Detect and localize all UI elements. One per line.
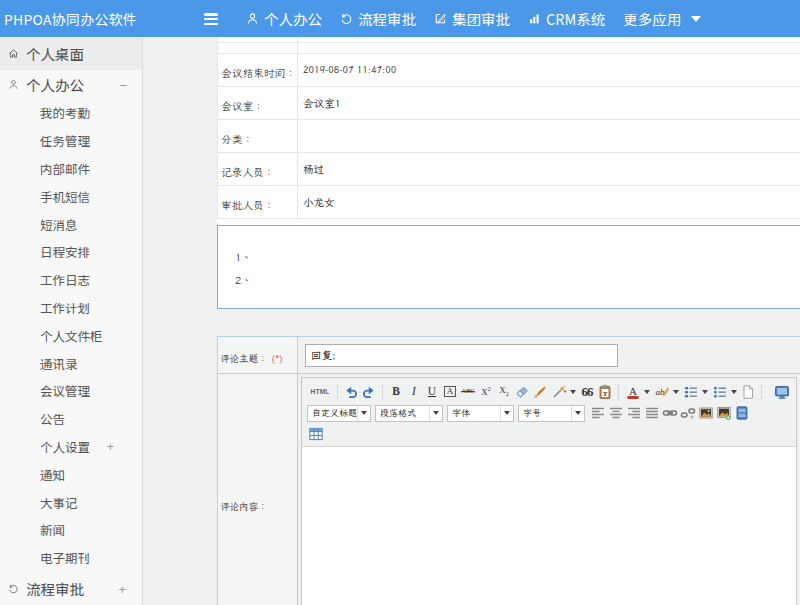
sidebar-item-workflow-approval[interactable]: 流程审批 + — [0, 572, 142, 605]
paste-as-text-icon[interactable]: T — [596, 383, 614, 401]
sidebar-subitem[interactable]: 个人文件柜 — [0, 321, 142, 349]
sidebar-item-label: 个人办公 — [26, 74, 84, 95]
nav-workflow-approval[interactable]: 流程审批 — [340, 8, 416, 29]
sidebar-subitem[interactable]: 短消息 — [0, 210, 142, 238]
italic-icon[interactable]: I — [405, 383, 423, 401]
align-right-icon[interactable] — [625, 404, 643, 422]
sidebar-subitem[interactable]: 工作计划 — [0, 294, 142, 322]
table-icon[interactable] — [307, 425, 325, 443]
nav-group-approval[interactable]: 集团审批 — [434, 8, 510, 29]
user-icon — [8, 79, 19, 90]
caret-down-icon — [702, 390, 708, 394]
sidebar-subitem[interactable]: 内部邮件 — [0, 155, 142, 183]
field-value: 小龙女 — [298, 195, 800, 209]
nav-personal-office[interactable]: 个人办公 — [246, 8, 322, 29]
collapse-icon[interactable]: − — [119, 77, 127, 92]
media-icon[interactable] — [733, 404, 751, 422]
nav-crm-system[interactable]: CRM系统 — [528, 8, 605, 29]
expand-icon[interactable]: + — [106, 439, 114, 454]
blockquote-icon[interactable]: 66 — [578, 383, 596, 401]
sidebar-subitem[interactable]: 工作日志 — [0, 266, 142, 294]
sidebar-subitem-label: 短消息 — [40, 215, 78, 234]
hamburger-menu-icon[interactable] — [204, 13, 218, 26]
align-left-icon[interactable] — [589, 404, 607, 422]
sidebar-subitem[interactable]: 新闻 — [0, 516, 142, 544]
sidebar-subitem[interactable]: 手机短信 — [0, 182, 142, 210]
sidebar-subitem-label: 大事记 — [40, 493, 78, 512]
link-icon[interactable] — [661, 404, 679, 422]
font-color-icon[interactable]: A — [623, 383, 652, 401]
comment-subject-label: 评论主题： — [220, 352, 268, 365]
sidebar-subitem[interactable]: 任务管理 — [0, 127, 142, 155]
expand-icon[interactable]: + — [118, 581, 126, 596]
caret-down-icon — [691, 16, 701, 22]
superscript-icon[interactable]: X2 — [477, 383, 495, 401]
subscript-icon[interactable]: X2 — [495, 383, 513, 401]
sidebar-subitem[interactable]: 我的考勤 — [0, 99, 142, 127]
svg-text:T: T — [603, 389, 608, 397]
toolbar-row-1: HTML B I U A ABC X2 X2 — [307, 381, 791, 402]
form-panel: 会议结束时间： 2019-08-07 11:47:00 会议室： 会议室1 分类… — [217, 37, 800, 309]
align-justify-icon[interactable] — [643, 404, 661, 422]
editor-content-area[interactable] — [302, 447, 796, 605]
caret-down-icon — [500, 406, 513, 421]
font-box-icon[interactable]: A — [441, 383, 459, 401]
sidebar-subitem[interactable]: 电子期刊 — [0, 544, 142, 572]
field-label: 记录人员： — [221, 165, 274, 179]
paint-brush-icon[interactable] — [531, 383, 549, 401]
paragraph-select[interactable]: 段落格式 — [375, 405, 443, 422]
toolbar-separator — [618, 385, 619, 399]
unlink-icon[interactable] — [679, 404, 697, 422]
fullscreen-icon[interactable] — [773, 383, 791, 401]
new-page-icon[interactable] — [739, 383, 757, 401]
nav-more-apps[interactable]: 更多应用 — [623, 8, 701, 29]
ordered-list-icon[interactable] — [681, 383, 710, 401]
font-family-select[interactable]: 字体 — [447, 405, 514, 422]
font-size-select[interactable]: 字号 — [518, 405, 585, 422]
sidebar-subitem-label: 工作日志 — [40, 270, 90, 289]
nav-label: 集团审批 — [452, 8, 510, 29]
nav-label: 流程审批 — [358, 8, 416, 29]
align-center-icon[interactable] — [607, 404, 625, 422]
field-label: 分类： — [221, 132, 253, 146]
redo-icon[interactable] — [360, 383, 378, 401]
magic-wand-icon[interactable] — [549, 383, 578, 401]
bold-icon[interactable]: B — [387, 383, 405, 401]
heading-select[interactable]: 自定义标题 — [307, 405, 371, 422]
history-icon — [340, 12, 353, 25]
sidebar-subitem[interactable]: 个人设置+ — [0, 433, 142, 461]
sidebar-subitem[interactable]: 通讯录 — [0, 349, 142, 377]
sidebar-subitem[interactable]: 大事记 — [0, 488, 142, 516]
sidebar-subitem[interactable]: 公告 — [0, 405, 142, 433]
nav-label: 个人办公 — [264, 8, 322, 29]
unordered-list-icon[interactable] — [710, 383, 739, 401]
toolbar-separator — [761, 385, 762, 399]
table-row: 评论内容： HTML B I U A — [218, 374, 800, 605]
insert-image-icon[interactable] — [715, 404, 733, 422]
strikethrough-icon[interactable]: ABC — [459, 383, 477, 401]
sidebar-item-desktop[interactable]: 个人桌面 — [0, 37, 142, 70]
comment-subject-input[interactable] — [305, 344, 618, 367]
highlight-color-icon[interactable]: ab — [652, 383, 681, 401]
sidebar-subitem[interactable]: 日程安排 — [0, 238, 142, 266]
table-row: 审批人员： 小龙女 — [218, 185, 800, 218]
html-source-button[interactable]: HTML — [307, 388, 333, 395]
underline-icon[interactable]: U — [423, 383, 441, 401]
sidebar-item-personal-office[interactable]: 个人办公 − — [0, 70, 142, 99]
sidebar-subitem[interactable]: 通知 — [0, 460, 142, 488]
table-row: 分类： — [218, 119, 800, 152]
sidebar-subitem[interactable]: 会议管理 — [0, 377, 142, 405]
field-label: 会议结束时间： — [221, 66, 296, 80]
required-marker: (*) — [272, 352, 283, 365]
toolbar-row-3 — [307, 424, 791, 444]
image-icon[interactable] — [697, 404, 715, 422]
edit-square-icon — [434, 12, 447, 25]
undo-icon[interactable] — [342, 383, 360, 401]
field-value: 杨过 — [298, 162, 800, 176]
eraser-icon[interactable] — [513, 383, 531, 401]
bar-chart-icon — [528, 12, 541, 25]
sidebar-subitem-label: 新闻 — [40, 520, 65, 539]
table-row: 评论主题：(*) — [218, 337, 800, 374]
caret-down-icon — [644, 390, 650, 394]
sidebar-item-label: 流程审批 — [26, 578, 84, 599]
